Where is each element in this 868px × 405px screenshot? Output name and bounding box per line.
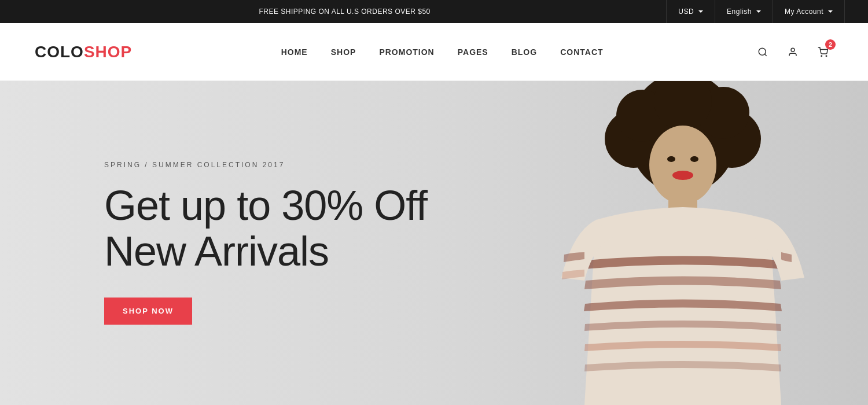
- nav-item-pages[interactable]: PAGES: [458, 47, 488, 57]
- hero-subtitle: SPRING / SUMMER COLLECTION 2017: [104, 161, 427, 169]
- hero-woman-figure: [434, 81, 868, 405]
- nav-link-shop[interactable]: SHOP: [331, 47, 356, 57]
- logo[interactable]: COLOSHOP: [35, 43, 132, 61]
- shop-now-button[interactable]: SHOP NOW: [104, 298, 192, 325]
- svg-point-3: [821, 56, 822, 57]
- logo-shop: SHOP: [84, 43, 132, 61]
- nav-link-blog[interactable]: BLOG: [512, 47, 537, 57]
- hero-title: Get up to 30% Off New Arrivals: [104, 183, 427, 274]
- currency-selector[interactable]: USD: [666, 0, 715, 23]
- nav-links: HOME SHOP PROMOTION PAGES BLOG CONTACT: [281, 47, 604, 57]
- nav-item-promotion[interactable]: PROMOTION: [379, 47, 434, 57]
- svg-point-0: [759, 48, 766, 55]
- search-button[interactable]: [752, 42, 773, 62]
- language-selector[interactable]: English: [715, 0, 773, 23]
- svg-point-2: [791, 48, 795, 51]
- svg-line-1: [764, 54, 766, 56]
- nav-item-shop[interactable]: SHOP: [331, 47, 356, 57]
- hero-image-container: [434, 81, 868, 405]
- currency-chevron-icon: [698, 10, 703, 13]
- nav-link-promotion[interactable]: PROMOTION: [379, 47, 434, 57]
- nav-link-home[interactable]: HOME: [281, 47, 308, 57]
- nav-icons: 2: [752, 42, 833, 62]
- main-navigation: COLOSHOP HOME SHOP PROMOTION PAGES BLOG …: [0, 23, 868, 81]
- cart-count-badge: 2: [825, 39, 836, 50]
- top-bar-right: USD English My Account: [666, 0, 845, 23]
- hero-content: SPRING / SUMMER COLLECTION 2017 Get up t…: [104, 161, 427, 325]
- svg-point-13: [667, 156, 675, 162]
- shipping-notice: FREE SHIPPING ON ALL U.S ORDERS OVER $50: [23, 8, 666, 16]
- nav-link-contact[interactable]: CONTACT: [560, 47, 603, 57]
- user-icon: [788, 47, 798, 57]
- language-chevron-icon: [756, 10, 761, 13]
- user-button[interactable]: [782, 42, 803, 62]
- svg-point-12: [649, 126, 716, 204]
- hero-section: SPRING / SUMMER COLLECTION 2017 Get up t…: [0, 81, 868, 405]
- nav-item-blog[interactable]: BLOG: [512, 47, 537, 57]
- svg-point-15: [672, 171, 693, 180]
- cart-button[interactable]: 2: [812, 42, 833, 62]
- nav-item-home[interactable]: HOME: [281, 47, 308, 57]
- account-selector[interactable]: My Account: [773, 0, 845, 23]
- svg-point-4: [826, 56, 827, 57]
- search-icon: [757, 47, 768, 57]
- svg-point-14: [690, 156, 698, 162]
- logo-colo: COLO: [35, 43, 84, 61]
- nav-item-contact[interactable]: CONTACT: [560, 47, 603, 57]
- top-bar: FREE SHIPPING ON ALL U.S ORDERS OVER $50…: [0, 0, 868, 23]
- account-chevron-icon: [828, 10, 833, 13]
- nav-link-pages[interactable]: PAGES: [458, 47, 488, 57]
